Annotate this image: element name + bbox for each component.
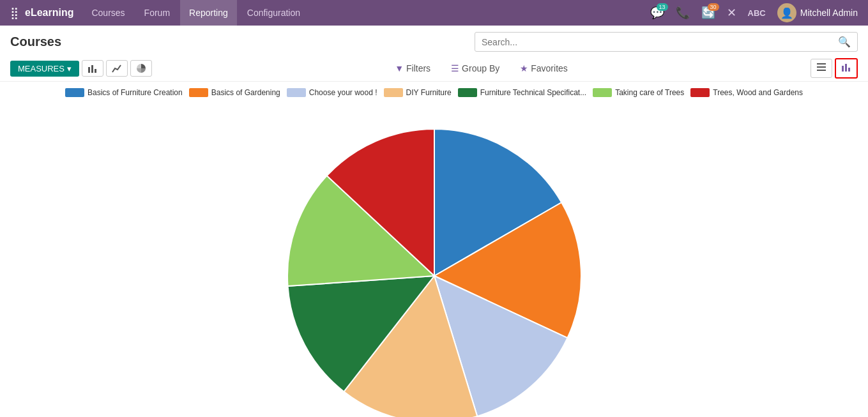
line-chart-icon: [112, 63, 122, 73]
legend-label: Furniture Technical Specificat...: [480, 88, 587, 97]
close-icon: ✕: [727, 6, 736, 20]
svg-rect-5: [817, 70, 826, 71]
toolbar-center: ▼ Filters ☰ Group By ★ Favorites: [390, 61, 573, 76]
legend-item: DIY Furniture: [384, 88, 452, 97]
chart-area: [0, 103, 868, 417]
toolbar: MEASURES ▾ ▼ Filters ☰ Group By ★: [0, 56, 868, 82]
user-menu[interactable]: 👤 Mitchell Admin: [773, 3, 862, 22]
legend-label: Basics of Gardening: [211, 88, 280, 97]
svg-rect-7: [845, 64, 847, 72]
search-input[interactable]: [475, 34, 832, 50]
bar-view-active-icon: [841, 62, 851, 72]
filter-icon: ▼: [395, 63, 404, 73]
apps-menu-icon[interactable]: ⣿: [6, 6, 22, 20]
phone-icon-btn[interactable]: 📞: [672, 3, 694, 22]
legend-color: [458, 88, 477, 97]
toolbar-right: [811, 58, 858, 79]
filters-button[interactable]: ▼ Filters: [390, 61, 436, 76]
svg-rect-1: [91, 65, 93, 73]
favorites-label: Favorites: [531, 63, 568, 73]
filters-label: Filters: [406, 63, 430, 73]
group-by-icon: ☰: [451, 63, 459, 73]
svg-rect-8: [848, 68, 850, 72]
nav-forum[interactable]: Forum: [135, 0, 179, 26]
avatar: 👤: [777, 3, 796, 22]
svg-rect-6: [842, 66, 844, 72]
messages-badge: 13: [657, 3, 668, 11]
favorites-button[interactable]: ★ Favorites: [515, 61, 573, 76]
legend-color: [593, 88, 612, 97]
subheader: Courses 🔍: [0, 26, 868, 56]
legend-label: Choose your wood !: [309, 88, 377, 97]
measures-button[interactable]: MEASURES ▾: [10, 61, 79, 77]
svg-rect-3: [817, 63, 826, 64]
svg-rect-4: [817, 66, 826, 68]
nav-reporting[interactable]: Reporting: [180, 0, 237, 26]
legend-item: Taking care of Trees: [593, 88, 684, 97]
calls-badge: 30: [708, 3, 719, 11]
bar-chart-icon: [88, 63, 98, 73]
list-view-button[interactable]: [811, 59, 832, 78]
calls-icon-btn[interactable]: 🔄 30: [697, 3, 719, 22]
legend-label: Trees, Wood and Gardens: [713, 88, 803, 97]
legend-label: Taking care of Trees: [615, 88, 684, 97]
legend-color: [189, 88, 208, 97]
messages-icon-btn[interactable]: 💬 13: [646, 3, 668, 22]
group-by-label: Group By: [462, 63, 499, 73]
search-icon[interactable]: 🔍: [832, 33, 857, 51]
nav-configuration[interactable]: Configuration: [238, 0, 309, 26]
top-nav: ⣿ eLearning Courses Forum Reporting Conf…: [0, 0, 868, 26]
legend-color: [690, 88, 710, 97]
bar-view-active-button[interactable]: [835, 58, 858, 79]
measures-label: MEASURES: [18, 64, 65, 73]
list-view-icon: [816, 62, 826, 72]
nav-courses[interactable]: Courses: [82, 0, 133, 26]
chart-legend: Basics of Furniture CreationBasics of Ga…: [0, 82, 868, 103]
toolbar-left: MEASURES ▾: [10, 60, 152, 77]
svg-rect-2: [95, 69, 96, 73]
legend-label: Basics of Furniture Creation: [88, 88, 183, 97]
star-icon: ★: [520, 63, 528, 73]
legend-item: Furniture Technical Specificat...: [458, 88, 587, 97]
pie-chart-svg: [275, 116, 594, 417]
pie-chart-icon: [136, 63, 146, 73]
legend-color: [287, 88, 306, 97]
settings-icon-btn[interactable]: ✕: [723, 3, 740, 22]
legend-item: Trees, Wood and Gardens: [690, 88, 803, 97]
legend-color: [65, 88, 84, 97]
search-container: 🔍: [475, 32, 858, 52]
legend-item: Choose your wood !: [287, 88, 377, 97]
app-brand: eLearning: [25, 7, 73, 19]
nav-menu: Courses Forum Reporting Configuration: [82, 0, 309, 26]
legend-color: [384, 88, 403, 97]
bar-chart-view-btn[interactable]: [82, 60, 103, 77]
page-title: Courses: [10, 34, 61, 49]
abc-label[interactable]: ABC: [744, 6, 770, 20]
group-by-button[interactable]: ☰ Group By: [446, 61, 505, 76]
measures-dropdown-icon: ▾: [67, 64, 72, 73]
pie-chart-view-btn[interactable]: [130, 60, 152, 77]
user-name: Mitchell Admin: [800, 8, 858, 18]
legend-item: Basics of Gardening: [189, 88, 280, 97]
legend-item: Basics of Furniture Creation: [65, 88, 183, 97]
phone-icon: 📞: [676, 6, 690, 20]
topnav-right: 💬 13 📞 🔄 30 ✕ ABC 👤 Mitchell Admin: [646, 3, 862, 22]
legend-label: DIY Furniture: [406, 88, 452, 97]
line-chart-view-btn[interactable]: [106, 60, 128, 77]
svg-rect-0: [88, 67, 90, 73]
